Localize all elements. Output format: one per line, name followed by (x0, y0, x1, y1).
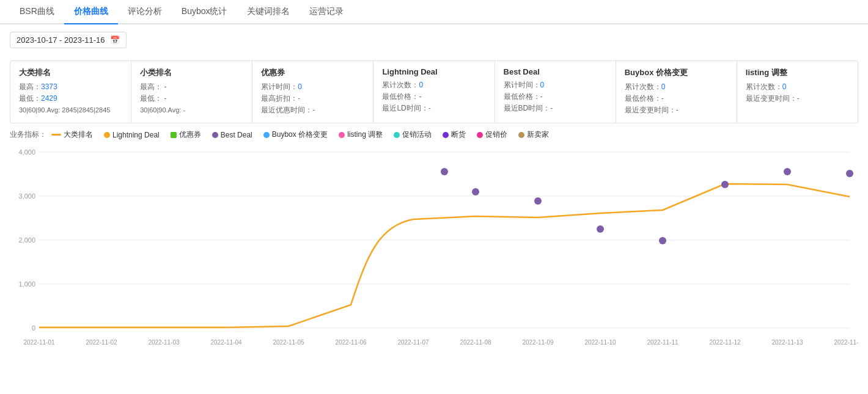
legend-label-promo: 促销活动 (402, 130, 432, 140)
legend-label-newseller: 新卖家 (527, 130, 549, 140)
stat-card-5: Buybox 价格变更 累计次数：0 最低价格：- 最近变更时间：- (616, 61, 737, 123)
svg-text:3,000: 3,000 (18, 192, 35, 200)
stat-row-6-1: 最近变更时间：- (746, 93, 849, 104)
svg-text:2022-11-01: 2022-11-01 (23, 339, 55, 346)
legend-label-daxing: 大类排名 (64, 130, 93, 140)
legend-dot-ld (104, 132, 110, 138)
stat-card-2: 优惠券 累计时间：0 最高折扣：- 最近优惠时间：- (252, 61, 373, 123)
stat-title-1: 小类排名 (140, 67, 243, 78)
svg-text:2022-11-05: 2022-11-05 (273, 339, 304, 346)
legend-square-coupon (171, 132, 177, 138)
legend-item-bd[interactable]: Best Deal (212, 131, 252, 139)
stat-title-3: Lightning Deal (382, 67, 485, 76)
legend-item-saleprice[interactable]: 促销价 (477, 130, 507, 140)
legend-label-buybox: Buybox 价格变更 (272, 130, 328, 140)
legend-dot-listing (339, 132, 345, 138)
marker-nov08 (534, 197, 542, 205)
marker-nov12 (784, 168, 791, 175)
svg-text:2022-11-06: 2022-11-06 (335, 339, 367, 346)
svg-text:2,000: 2,000 (18, 236, 35, 244)
chart-legend: 业务指标： 大类排名 Lightning Deal 优惠券 Best Deal … (10, 130, 858, 140)
stat-row-6-0: 累计次数：0 (746, 82, 849, 92)
stat-card-3: Lightning Deal 累计次数：0 最低价格：- 最近LD时间：- (373, 61, 495, 123)
tab-price[interactable]: 价格曲线 (64, 0, 118, 23)
svg-text:2022-11-08: 2022-11-08 (460, 339, 491, 346)
stat-title-0: 大类排名 (19, 67, 122, 78)
tab-bar: BSR曲线 价格曲线 评论分析 Buybox统计 关键词排名 运营记录 (0, 0, 868, 24)
marker-nov13 (846, 170, 853, 177)
stat-row-3-2: 最近LD时间：- (382, 103, 485, 114)
stat-row-2-0: 累计时间：0 (261, 82, 364, 92)
legend-item-buybox[interactable]: Buybox 价格变更 (263, 130, 328, 140)
svg-text:2022-11-03: 2022-11-03 (148, 339, 180, 346)
bsr-line (39, 184, 850, 327)
svg-text:2022-11-07: 2022-11-07 (397, 339, 429, 346)
stat-row-0-0: 最高：3373 (19, 82, 122, 92)
stat-row-1-0: 最高： - (140, 82, 243, 92)
legend-item-daxing[interactable]: 大类排名 (51, 130, 93, 140)
svg-text:2022-11-04: 2022-11-04 (210, 339, 242, 346)
tab-ops[interactable]: 运营记录 (300, 0, 353, 23)
stat-title-5: Buybox 价格变更 (625, 67, 728, 78)
stat-card-4: Best Deal 累计时间：0 最低价格：- 最近BD时间：- (495, 61, 616, 123)
legend-prefix: 业务指标： (10, 130, 46, 140)
svg-text:2022-11-09: 2022-11-09 (522, 339, 554, 346)
stat-row-5-1: 最低价格：- (625, 93, 728, 104)
legend-label-saleprice: 促销价 (485, 130, 507, 140)
legend-item-stockout[interactable]: 断货 (443, 130, 466, 140)
svg-text:0: 0 (32, 324, 35, 332)
stat-row-2-1: 最高折扣：- (261, 93, 364, 104)
chart-svg: 4,000 3,000 2,000 1,000 0 2022-11-01 202… (10, 146, 858, 372)
legend-item-ld[interactable]: Lightning Deal (104, 131, 160, 139)
svg-text:2022-11-14: 2022-11-14 (834, 339, 858, 346)
legend-item-promo[interactable]: 促销活动 (394, 130, 432, 140)
stat-avg-0: 30|60|90.Avg: 2845|2845|2845 (19, 106, 122, 114)
legend-label-bd: Best Deal (221, 131, 252, 139)
stat-row-5-2: 最近变更时间：- (625, 105, 728, 115)
svg-text:2022-11-10: 2022-11-10 (584, 339, 616, 346)
legend-dot-newseller (518, 132, 524, 138)
stat-row-5-0: 累计次数：0 (625, 82, 728, 92)
legend-item-newseller[interactable]: 新卖家 (518, 130, 549, 140)
stat-card-6: listing 调整 累计次数：0 最近变更时间：- (737, 61, 858, 123)
legend-dot-stockout (443, 132, 449, 138)
marker-nov11 (721, 181, 729, 188)
stat-row-2-2: 最近优惠时间：- (261, 105, 364, 115)
svg-text:2022-11-02: 2022-11-02 (86, 339, 117, 346)
tab-keyword[interactable]: 关键词排名 (237, 0, 300, 23)
tab-review[interactable]: 评论分析 (118, 0, 172, 23)
stat-title-2: 优惠券 (261, 67, 364, 78)
marker-nov10 (659, 237, 666, 244)
chart-container: 4,000 3,000 2,000 1,000 0 2022-11-01 202… (10, 146, 858, 374)
stat-title-6: listing 调整 (746, 67, 849, 78)
marker-nov07 (472, 188, 479, 195)
calendar-icon: 📅 (110, 35, 120, 45)
legend-dot-buybox (263, 132, 270, 138)
svg-text:2022-11-13: 2022-11-13 (771, 339, 803, 346)
marker-nov06b (441, 168, 448, 175)
stat-row-3-1: 最低价格：- (382, 92, 485, 102)
legend-label-ld: Lightning Deal (112, 131, 160, 139)
stat-row-0-1: 最低：2429 (19, 93, 122, 104)
stat-card-0: 大类排名 最高：3373 最低：2429 30|60|90.Avg: 2845|… (10, 61, 131, 123)
legend-dot-saleprice (477, 132, 483, 138)
tab-buybox[interactable]: Buybox统计 (172, 0, 237, 23)
legend-item-listing[interactable]: listing 调整 (339, 130, 383, 140)
date-range-value: 2023-10-17 - 2023-11-16 (17, 35, 105, 45)
stat-title-4: Best Deal (504, 67, 607, 76)
stat-row-4-1: 最低价格：- (504, 92, 607, 102)
svg-text:4,000: 4,000 (18, 148, 35, 156)
legend-dot-bd (212, 132, 218, 138)
stats-container: 大类排名 最高：3373 最低：2429 30|60|90.Avg: 2845|… (10, 60, 858, 123)
legend-label-stockout: 断货 (451, 130, 466, 140)
marker-nov09 (597, 225, 604, 233)
legend-item-coupon[interactable]: 优惠券 (171, 130, 201, 140)
legend-line-daxing (51, 134, 61, 136)
date-picker[interactable]: 2023-10-17 - 2023-11-16 📅 (10, 32, 127, 48)
legend-dot-promo (394, 132, 400, 138)
stat-row-1-1: 最低： - (140, 93, 243, 104)
tab-bsr[interactable]: BSR曲线 (10, 0, 64, 23)
stat-row-4-0: 累计时间：0 (504, 80, 607, 90)
stat-card-1: 小类排名 最高： - 最低： - 30|60|90.Avg: - (131, 61, 252, 123)
stat-avg-1: 30|60|90.Avg: - (140, 106, 243, 114)
